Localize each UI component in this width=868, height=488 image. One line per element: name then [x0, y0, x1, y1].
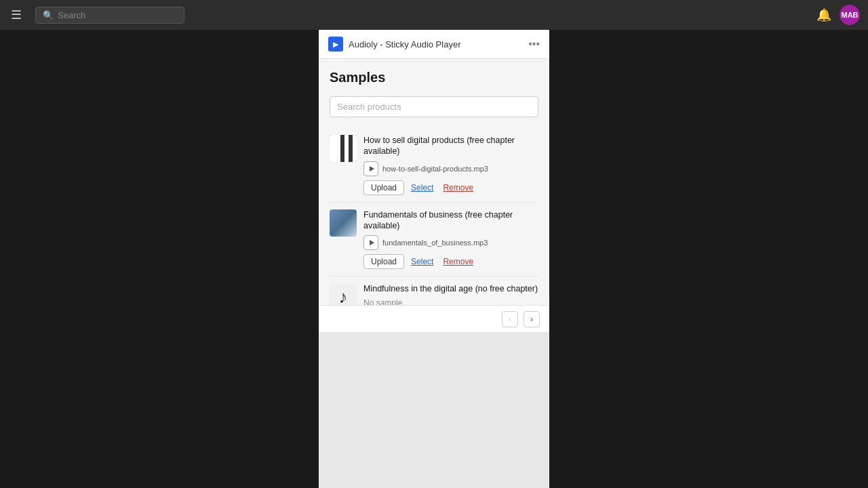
- plugin-content: Samples How to sell digital products (fr…: [319, 59, 549, 305]
- remove-button-1[interactable]: Remove: [440, 181, 476, 195]
- product-thumbnail-1: [330, 135, 357, 162]
- action-row-2: Upload Select Remove: [363, 254, 538, 269]
- top-navigation: ☰ 🔍 🔔 MAB: [0, 0, 868, 30]
- next-page-button[interactable]: ›: [524, 311, 540, 327]
- plugin-logo: ▶: [328, 37, 343, 52]
- left-panel: [0, 30, 319, 488]
- product-name-3: Mindfulness in the digital age (no free …: [363, 283, 538, 294]
- list-item: Fundamentals of business (free chapter a…: [330, 203, 538, 277]
- business-image: [330, 209, 357, 237]
- product-details-1: How to sell digital products (free chapt…: [363, 135, 538, 195]
- product-thumbnail-2: [330, 209, 357, 237]
- audio-row-1: how-to-sell-digital-products.mp3: [363, 161, 538, 176]
- play-button-2[interactable]: [363, 235, 378, 250]
- product-details-2: Fundamentals of business (free chapter a…: [363, 209, 538, 270]
- main-area: ▶ Audioly - Sticky Audio Player ••• Samp…: [0, 30, 868, 488]
- plugin-window: ▶ Audioly - Sticky Audio Player ••• Samp…: [319, 30, 549, 488]
- search-input[interactable]: [58, 10, 177, 20]
- list-item: ♪ Mindfulness in the digital age (no fre…: [330, 277, 538, 305]
- action-row-1: Upload Select Remove: [363, 180, 538, 195]
- select-button-2[interactable]: Select: [408, 255, 436, 268]
- play-button-1[interactable]: [363, 161, 378, 176]
- list-item: How to sell digital products (free chapt…: [330, 128, 538, 203]
- no-sample-label: No sample: [363, 298, 538, 305]
- piano-keys-icon: [330, 135, 357, 162]
- audio-filename-1: how-to-sell-digital-products.mp3: [382, 165, 488, 173]
- audio-row-2: fundamentals_of_business.mp3: [363, 235, 538, 250]
- right-panel: [549, 30, 868, 488]
- prev-page-button[interactable]: ‹: [502, 311, 518, 327]
- plugin-title: Audioly - Sticky Audio Player: [349, 39, 523, 49]
- upload-button-2[interactable]: Upload: [363, 254, 404, 269]
- select-button-1[interactable]: Select: [408, 181, 436, 195]
- page-title: Samples: [330, 70, 538, 85]
- audio-filename-2: fundamentals_of_business.mp3: [382, 239, 488, 247]
- plugin-menu-icon[interactable]: •••: [528, 38, 540, 50]
- search-icon: 🔍: [43, 10, 54, 20]
- global-search-bar[interactable]: 🔍: [35, 7, 184, 24]
- avatar[interactable]: MAB: [840, 5, 860, 25]
- play-logo-icon: ▶: [333, 40, 338, 49]
- product-details-3: Mindfulness in the digital age (no free …: [363, 283, 538, 305]
- plugin-footer: ‹ ›: [319, 305, 549, 332]
- remove-button-2[interactable]: Remove: [440, 255, 476, 268]
- search-products-input[interactable]: [330, 96, 538, 117]
- product-thumbnail-3: ♪: [330, 283, 357, 305]
- hamburger-icon[interactable]: ☰: [8, 5, 24, 25]
- below-plugin-area: [319, 332, 549, 488]
- upload-button-1[interactable]: Upload: [363, 180, 404, 195]
- plugin-header: ▶ Audioly - Sticky Audio Player •••: [319, 30, 549, 59]
- product-name-2: Fundamentals of business (free chapter a…: [363, 209, 538, 232]
- product-name-1: How to sell digital products (free chapt…: [363, 135, 538, 157]
- notification-bell-icon[interactable]: 🔔: [816, 7, 831, 22]
